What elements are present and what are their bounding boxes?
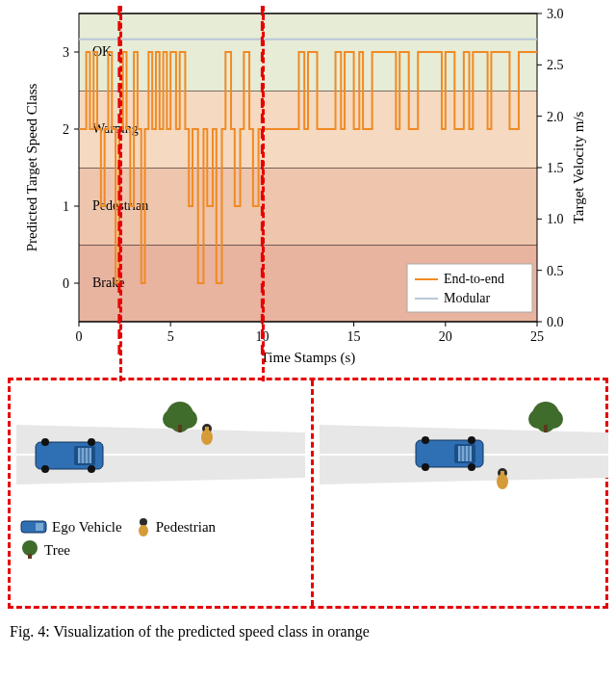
svg-rect-79 (36, 523, 43, 531)
figure-caption: Fig. 4: Visualization of the predicted s… (4, 613, 612, 646)
legend-pedestrian-label: Pedestrian (156, 519, 216, 536)
svg-text:Modular: Modular (444, 291, 491, 305)
callout-line-2 (262, 6, 265, 381)
legend-tree: Tree (20, 540, 70, 560)
callout-line-1 (119, 6, 122, 381)
svg-text:5: 5 (167, 329, 174, 344)
svg-rect-90 (544, 425, 548, 432)
svg-rect-64 (178, 425, 182, 432)
svg-point-102 (422, 463, 429, 471)
speed-chart: BrakePedestrianWarningOK051015202501230.… (19, 4, 597, 370)
svg-text:1.5: 1.5 (547, 161, 564, 175)
svg-text:Predicted Target Speed Class: Predicted Target Speed Class (24, 84, 39, 252)
svg-point-101 (468, 436, 475, 444)
scene-1-svg (16, 386, 305, 511)
svg-rect-67 (205, 427, 209, 432)
car-icon (20, 519, 47, 535)
svg-text:0: 0 (76, 329, 83, 344)
svg-rect-93 (500, 471, 504, 477)
svg-point-103 (468, 463, 475, 471)
svg-point-81 (139, 525, 148, 536)
scene-1 (16, 386, 305, 511)
svg-point-74 (41, 438, 49, 446)
svg-text:20: 20 (439, 329, 452, 344)
scenario-legend: Ego Vehicle Pedestrian (16, 511, 305, 540)
svg-text:25: 25 (530, 329, 544, 344)
svg-point-77 (88, 465, 95, 473)
scenario-legend-2: Tree (16, 540, 305, 563)
svg-text:2.0: 2.0 (547, 110, 564, 124)
svg-text:0: 0 (63, 276, 69, 291)
svg-text:1.0: 1.0 (547, 212, 564, 226)
svg-point-80 (140, 518, 147, 526)
chart-wrapper: BrakePedestrianWarningOK051015202501230.… (19, 4, 597, 370)
scenario-panel-2 (314, 380, 614, 606)
scenario-panel-1: Ego Vehicle Pedestrian Tree (11, 380, 314, 606)
scene-2 (320, 386, 608, 511)
svg-text:3.0: 3.0 (547, 7, 564, 21)
svg-rect-83 (28, 554, 32, 559)
legend-ego: Ego Vehicle (20, 519, 122, 536)
svg-text:3: 3 (63, 45, 69, 60)
tree-icon (20, 540, 39, 560)
svg-text:0.0: 0.0 (547, 315, 564, 329)
legend-tree-label: Tree (44, 542, 70, 559)
svg-text:Target Velocity m/s: Target Velocity m/s (571, 111, 586, 223)
svg-text:End-to-end: End-to-end (444, 272, 504, 286)
pedestrian-icon (136, 517, 151, 536)
legend-pedestrian: Pedestrian (136, 517, 216, 536)
scene-2-svg (320, 386, 608, 511)
svg-text:2: 2 (63, 122, 69, 137)
svg-point-100 (422, 436, 429, 444)
svg-text:15: 15 (347, 329, 361, 344)
svg-point-82 (22, 540, 38, 556)
figure-container: BrakePedestrianWarningOK051015202501230.… (0, 0, 616, 650)
scenarios-box: Ego Vehicle Pedestrian Tree (8, 378, 608, 609)
legend-ego-label: Ego Vehicle (52, 519, 122, 536)
svg-text:Time Stamps (s): Time Stamps (s) (261, 350, 356, 366)
svg-text:1: 1 (63, 199, 69, 214)
svg-text:2.5: 2.5 (547, 58, 564, 72)
svg-point-75 (88, 438, 95, 446)
svg-text:0.5: 0.5 (547, 264, 564, 278)
svg-point-76 (41, 465, 49, 473)
